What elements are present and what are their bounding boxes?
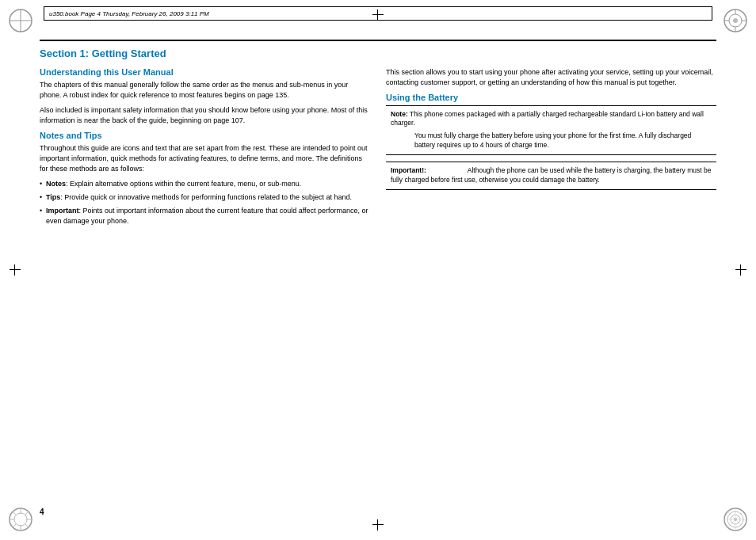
reg-mark-right: [735, 264, 746, 276]
right-column: This section allows you to start using y…: [386, 67, 716, 230]
svg-line-17: [25, 523, 29, 527]
corner-tr-icon: [721, 6, 750, 35]
two-column-layout: Understanding this User Manual The chapt…: [40, 67, 716, 230]
reg-mark-bottom: [372, 519, 384, 530]
page: u350.book Page 4 Thursday, February 26, …: [0, 0, 756, 540]
understanding-para2: Also included is important safety inform…: [40, 105, 370, 126]
corner-br: [721, 505, 750, 534]
left-column: Understanding this User Manual The chapt…: [40, 67, 370, 230]
bullet-notes: Notes: Explain alternative options withi…: [40, 179, 370, 189]
bullet-important-label: Important: [46, 207, 79, 215]
note-indent-text: You must fully charge the battery before…: [391, 131, 712, 150]
bullet-tips: Tips: Provide quick or innovative method…: [40, 192, 370, 203]
using-battery-title: Using the Battery: [386, 93, 716, 102]
important-text: Although the phone can be used while the…: [391, 166, 711, 184]
corner-tl: [6, 6, 35, 35]
understanding-para1: The chapters of this manual generally fo…: [40, 80, 370, 101]
understanding-title: Understanding this User Manual: [40, 67, 370, 77]
bullet-notes-text: : Explain alternative options within the…: [66, 180, 301, 188]
reg-mark-top: [372, 10, 384, 21]
corner-br-icon: [721, 505, 750, 534]
note-text: This phone comes packaged with a partial…: [391, 110, 704, 127]
svg-point-5: [733, 18, 738, 23]
corner-tl-icon: [6, 6, 35, 35]
note-box: Note: This phone comes packaged with a p…: [386, 105, 716, 156]
intro-text: This section allows you to start using y…: [386, 67, 716, 88]
corner-bl: [6, 505, 35, 534]
section-title: Section 1: Getting Started: [40, 48, 716, 59]
page-number: 4: [40, 508, 44, 516]
bullet-tips-label: Tips: [46, 193, 60, 201]
bullet-tips-text: : Provide quick or innovative methods fo…: [60, 193, 352, 201]
header-text: u350.book Page 4 Thursday, February 26, …: [49, 10, 209, 17]
corner-tr: [721, 6, 750, 35]
section-divider: [40, 40, 716, 41]
notes-tips-title: Notes and Tips: [40, 131, 370, 140]
svg-line-19: [13, 523, 17, 527]
bullet-important-text: : Points out important information about…: [46, 207, 368, 225]
svg-line-16: [13, 511, 17, 515]
important-box: Important!: Although the phone can be us…: [386, 162, 716, 190]
content-area: Section 1: Getting Started Understanding…: [40, 40, 716, 500]
bullet-notes-label: Notes: [46, 180, 66, 188]
corner-bl-icon: [6, 505, 35, 534]
note-label: Note:: [391, 110, 408, 118]
svg-line-18: [25, 511, 29, 515]
reg-mark-left: [10, 264, 21, 276]
bullet-important: Important: Points out important informat…: [40, 206, 370, 226]
notes-tips-para: Throughout this guide are icons and text…: [40, 143, 370, 174]
important-label: Important!:: [391, 166, 426, 174]
